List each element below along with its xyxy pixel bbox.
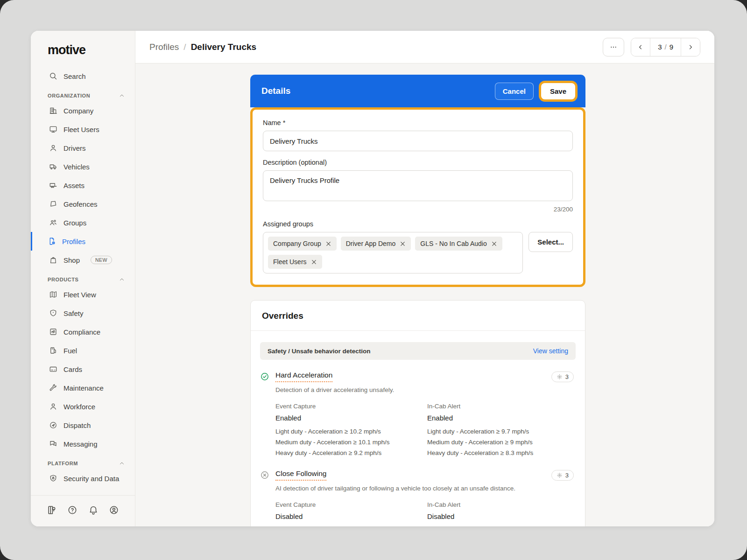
sidebar-item-workforce[interactable]: Workforce — [31, 397, 135, 416]
section-label: PLATFORM — [48, 461, 78, 466]
collapse-chevron-icon[interactable] — [119, 93, 125, 98]
threshold-line: Heavy duty - Acceleration ≥ 8.3 mph/s — [427, 448, 574, 458]
chat-bubbles-icon — [49, 440, 57, 448]
sidebar-item-label: Assets — [63, 182, 85, 189]
gear-icon — [557, 374, 563, 380]
sidebar-item-label: Workforce — [63, 403, 95, 411]
sidebar-item-dispatch[interactable]: Dispatch — [31, 416, 135, 434]
sidebar-item-label: Maintenance — [63, 384, 104, 392]
details-card: Details Cancel Save Name * Description (… — [250, 75, 585, 287]
sidebar-item-label: Drivers — [63, 144, 86, 152]
geofence-icon — [49, 200, 57, 208]
prev-record-button[interactable] — [631, 38, 650, 56]
breadcrumb-parent[interactable]: Profiles — [149, 42, 179, 52]
record-separator: / — [664, 43, 666, 51]
sidebar-item-messaging[interactable]: Messaging — [31, 434, 135, 453]
sidebar-item-label: Groups — [63, 219, 86, 227]
sidebar-item-label: Company — [63, 107, 93, 115]
in-cab-alert-column: In-Cab Alert Enabled Light duty - Accele… — [427, 403, 574, 458]
sidebar: motive Search ORGANIZATION Company — [31, 31, 135, 526]
sidebar-item-safety[interactable]: Safety — [31, 304, 135, 322]
gear-icon — [557, 472, 563, 478]
setting-count-badge[interactable]: 3 — [551, 371, 574, 382]
profile-settings-icon — [48, 237, 56, 245]
people-icon — [49, 218, 57, 227]
remove-group-icon[interactable] — [400, 241, 406, 247]
setting-name-link[interactable]: Hard Acceleration — [275, 371, 332, 382]
remove-group-icon[interactable] — [491, 241, 497, 247]
next-record-button[interactable] — [681, 38, 700, 56]
sidebar-item-label: Shop — [63, 256, 80, 264]
resources-icon[interactable] — [47, 505, 57, 515]
select-groups-button[interactable]: Select... — [529, 232, 573, 252]
setting-count: 3 — [565, 472, 569, 479]
sidebar-item-assets[interactable]: Assets — [31, 176, 135, 195]
description-textarea[interactable]: Delivery Trucks Profile — [263, 170, 573, 201]
company-icon — [49, 106, 57, 115]
sidebar-item-maintenance[interactable]: Maintenance — [31, 378, 135, 397]
sidebar-item-label: Compliance — [63, 328, 100, 336]
sidebar-item-fleet-view[interactable]: Fleet View — [31, 285, 135, 304]
sidebar-item-cards[interactable]: Cards — [31, 360, 135, 378]
app-window: motive Search ORGANIZATION Company — [31, 31, 714, 526]
column-state: Disabled — [275, 512, 427, 520]
person-icon — [49, 402, 57, 411]
collapse-chevron-icon[interactable] — [119, 461, 125, 466]
sidebar-item-label: Safety — [63, 309, 84, 317]
override-setting-close-following: Close Following 3 AI detection of driver… — [251, 458, 585, 525]
current-record: 3 — [658, 43, 662, 51]
group-chip: Driver App Demo — [341, 237, 411, 251]
cancel-button[interactable]: Cancel — [495, 83, 534, 100]
shield-lock-icon — [49, 474, 57, 483]
threshold-line: Medium duty - Acceleration ≥ 9 mph/s — [427, 437, 574, 448]
sidebar-item-label: Cards — [63, 365, 82, 373]
overrides-card: Overrides Safety / Unsafe behavior detec… — [250, 300, 585, 526]
sidebar-item-geofences[interactable]: Geofences — [31, 195, 135, 213]
sidebar-item-drivers[interactable]: Drivers — [31, 139, 135, 157]
person-icon — [49, 144, 57, 152]
column-label: Event Capture — [275, 501, 427, 508]
remove-group-icon[interactable] — [311, 259, 317, 265]
sidebar-item-vehicles[interactable]: Vehicles — [31, 157, 135, 176]
group-chip-label: Driver App Demo — [346, 240, 396, 247]
collapse-chevron-icon[interactable] — [119, 277, 125, 282]
sidebar-item-label: Fleet View — [63, 291, 96, 299]
overrides-title: Overrides — [251, 301, 585, 331]
group-chip: GLS - No In Cab Audio — [415, 237, 502, 251]
name-input[interactable] — [263, 131, 573, 151]
sidebar-item-fleet-users[interactable]: Fleet Users — [31, 120, 135, 139]
sidebar-item-fuel[interactable]: Fuel — [31, 341, 135, 360]
details-title: Details — [261, 86, 290, 96]
sidebar-item-security-and-data[interactable]: Security and Data — [31, 469, 135, 488]
sidebar-item-label: Geofences — [63, 200, 98, 208]
sidebar-item-compliance[interactable]: Compliance — [31, 322, 135, 341]
more-options-button[interactable] — [603, 38, 624, 56]
save-button[interactable]: Save — [541, 83, 575, 99]
sidebar-item-label: Fuel — [63, 347, 77, 355]
motive-logo: motive — [31, 31, 135, 67]
notifications-icon[interactable] — [88, 505, 99, 515]
total-records: 9 — [669, 43, 673, 51]
setting-count-badge[interactable]: 3 — [551, 470, 574, 481]
setting-description: AI detection of driver tailgating or fol… — [275, 485, 574, 492]
breadcrumb-separator: / — [183, 42, 186, 52]
remove-group-icon[interactable] — [325, 241, 331, 247]
account-icon[interactable] — [109, 505, 119, 515]
sidebar-item-groups[interactable]: Groups — [31, 213, 135, 232]
section-products: PRODUCTS — [31, 269, 135, 285]
sidebar-item-shop[interactable]: Shop NEW — [31, 251, 135, 269]
sidebar-item-company[interactable]: Company — [31, 101, 135, 120]
record-pagination: 3 / 9 — [631, 38, 700, 56]
view-setting-link[interactable]: View setting — [533, 347, 568, 355]
help-icon[interactable] — [67, 505, 78, 515]
section-label: PRODUCTS — [48, 277, 79, 282]
sidebar-item-label: Fleet Users — [63, 126, 99, 133]
details-card-header: Details Cancel Save — [250, 75, 585, 107]
sidebar-item-profiles[interactable]: Profiles — [31, 232, 135, 251]
monitor-icon — [49, 125, 57, 133]
assigned-groups-field[interactable]: Company Group Driver App Demo GLS - No I… — [263, 232, 523, 273]
sidebar-item-search[interactable]: Search — [31, 67, 135, 85]
section-platform: PLATFORM — [31, 453, 135, 469]
setting-name-link[interactable]: Close Following — [275, 469, 326, 481]
overrides-section-header: Safety / Unsafe behavior detection View … — [260, 342, 576, 360]
